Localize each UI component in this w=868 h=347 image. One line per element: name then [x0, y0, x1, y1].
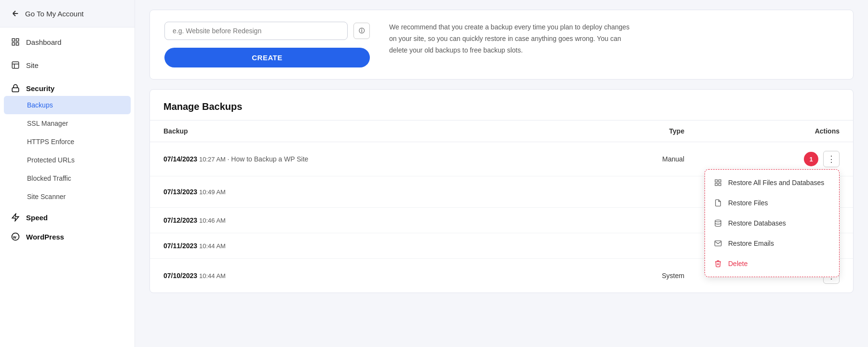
sidebar-category-wordpress[interactable]: W WordPress — [0, 225, 135, 244]
backup-cell: 07/13/2023 10:49 AM — [150, 176, 575, 208]
wordpress-icon: W — [11, 232, 20, 241]
backup-info-text: We recommend that you create a backup ev… — [389, 22, 630, 56]
svg-rect-9 — [719, 180, 721, 182]
delete-label: Delete — [728, 260, 747, 267]
go-to-account-link[interactable]: Go To My Account — [0, 0, 135, 27]
sidebar-item-blocked-label: Blocked Traffic — [27, 174, 71, 182]
create-backup-card: ⓘ CREATE We recommend that you create a … — [149, 10, 854, 80]
backup-date: 07/14/2023 — [163, 155, 197, 163]
dropdown-delete[interactable]: Delete — [705, 254, 839, 274]
sidebar-item-protected-urls[interactable]: Protected URLs — [0, 151, 135, 169]
sidebar-nav-section: Dashboard Site Security Ba — [0, 27, 135, 247]
backup-cell: 07/11/2023 10:44 AM — [150, 233, 575, 259]
svg-rect-5 — [12, 88, 19, 92]
go-to-account-label: Go To My Account — [25, 10, 83, 18]
backup-table: Backup Type Actions 07/14/2023 10:27 AM … — [150, 120, 853, 293]
manage-backups-title: Manage Backups — [150, 90, 853, 120]
backup-time: 10:44 AM — [199, 242, 226, 250]
backup-date: 07/12/2023 — [163, 216, 197, 224]
col-actions-header: Actions — [698, 120, 853, 142]
svg-rect-0 — [12, 39, 14, 41]
dropdown-menu: Restore All Files and Databases — [705, 169, 840, 277]
content-area: ⓘ CREATE We recommend that you create a … — [135, 0, 868, 347]
restore-files-icon — [714, 199, 722, 207]
restore-emails-label: Restore Emails — [728, 240, 774, 247]
backup-type — [575, 176, 698, 208]
backup-date: 07/11/2023 — [163, 242, 197, 250]
sidebar-item-site-scanner[interactable]: Site Scanner — [0, 187, 135, 206]
svg-rect-11 — [719, 183, 721, 186]
dropdown-restore-files[interactable]: Restore Files — [705, 193, 839, 213]
restore-all-label: Restore All Files and Databases — [728, 179, 824, 187]
svg-text:W: W — [13, 235, 17, 240]
sidebar-item-protected-label: Protected URLs — [27, 156, 75, 164]
speed-icon — [11, 213, 20, 222]
arrow-left-icon — [11, 9, 20, 18]
backup-type: Manual — [575, 142, 698, 176]
sidebar: Go To My Account Dashboard Site — [0, 0, 135, 347]
backup-time: 10:49 AM — [199, 188, 226, 196]
backup-type — [575, 208, 698, 233]
backup-time: 10:46 AM — [199, 217, 226, 224]
sidebar-security-label: Security — [26, 84, 54, 93]
svg-rect-4 — [12, 62, 19, 68]
create-button[interactable]: CREATE — [164, 48, 370, 67]
sidebar-item-backups[interactable]: Backups — [4, 96, 131, 114]
svg-rect-10 — [715, 183, 718, 186]
dropdown-restore-all[interactable]: Restore All Files and Databases — [705, 173, 839, 193]
dropdown-restore-db[interactable]: Restore Databases — [705, 213, 839, 233]
table-header-row: Backup Type Actions — [150, 120, 853, 142]
actions-container-1: 1 ⋮ — [711, 151, 840, 167]
backup-date: 07/13/2023 — [163, 188, 197, 196]
main-content: ⓘ CREATE We recommend that you create a … — [135, 0, 868, 347]
restore-files-label: Restore Files — [728, 199, 768, 207]
restore-db-icon — [714, 219, 722, 227]
svg-rect-3 — [16, 43, 19, 45]
sidebar-item-ssl-label: SSL Manager — [27, 120, 68, 127]
backup-time: 10:44 AM — [199, 272, 226, 280]
sidebar-item-site-label: Site — [26, 61, 39, 69]
svg-point-12 — [715, 220, 721, 222]
table-row: 07/14/2023 10:27 AM · How to Backup a WP… — [150, 142, 853, 176]
svg-rect-1 — [16, 39, 19, 41]
svg-rect-2 — [12, 43, 14, 45]
badge-1: 1 — [804, 152, 818, 166]
sidebar-category-security[interactable]: Security — [0, 77, 135, 96]
backup-name-row: ⓘ — [164, 22, 370, 40]
sidebar-item-ssl-manager[interactable]: SSL Manager — [0, 114, 135, 133]
sidebar-item-site[interactable]: Site — [0, 53, 135, 77]
three-dots-button-1[interactable]: ⋮ — [823, 151, 840, 167]
backup-time: 10:27 AM — [199, 156, 228, 163]
backup-type: System — [575, 259, 698, 293]
backup-cell: 07/10/2023 10:44 AM — [150, 259, 575, 293]
sidebar-item-backups-label: Backups — [27, 101, 53, 109]
restore-emails-icon — [714, 239, 722, 248]
sidebar-item-https-enforce[interactable]: HTTPS Enforce — [0, 133, 135, 151]
actions-cell-1: 1 ⋮ — [698, 142, 853, 176]
sidebar-item-https-label: HTTPS Enforce — [27, 138, 74, 146]
backup-cell: 07/14/2023 10:27 AM · How to Backup a WP… — [150, 142, 575, 176]
restore-db-label: Restore Databases — [728, 219, 786, 227]
manage-backups-section: Manage Backups Backup Type Actions 07/14… — [149, 89, 854, 293]
lock-icon — [11, 83, 20, 93]
info-button[interactable]: ⓘ — [353, 23, 370, 39]
sidebar-item-dashboard[interactable]: Dashboard — [0, 30, 135, 53]
create-button-label: CREATE — [252, 53, 283, 62]
backup-cell: 07/12/2023 10:46 AM — [150, 208, 575, 233]
restore-all-icon — [714, 178, 722, 187]
backup-date: 07/10/2023 — [163, 272, 197, 280]
sidebar-item-blocked-traffic[interactable]: Blocked Traffic — [0, 169, 135, 187]
create-section: ⓘ CREATE — [164, 22, 370, 67]
site-icon — [11, 60, 20, 70]
sidebar-item-scanner-label: Site Scanner — [27, 193, 66, 200]
col-type-header: Type — [575, 120, 698, 142]
sidebar-speed-label: Speed — [26, 214, 48, 222]
sidebar-wordpress-label: WordPress — [26, 233, 64, 241]
sidebar-category-speed[interactable]: Speed — [0, 206, 135, 225]
backup-type — [575, 233, 698, 259]
delete-icon — [714, 259, 722, 268]
backup-name: · How to Backup a WP Site — [228, 155, 309, 163]
dropdown-restore-emails[interactable]: Restore Emails — [705, 233, 839, 254]
svg-rect-8 — [715, 180, 718, 182]
backup-name-input[interactable] — [164, 22, 348, 40]
